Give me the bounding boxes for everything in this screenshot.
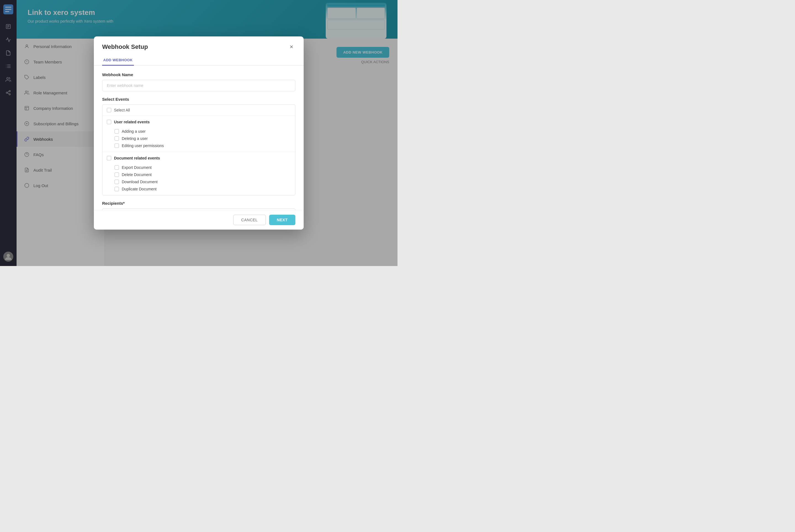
modal-close-button[interactable]: × bbox=[288, 43, 295, 51]
document-events-header: Document related events bbox=[103, 152, 295, 164]
recipients-section: Recipients* bbox=[102, 201, 295, 210]
editing-permissions-checkbox[interactable] bbox=[114, 144, 119, 148]
event-item-download-doc: Download Document bbox=[114, 179, 291, 184]
webhook-name-label: Webhook Name bbox=[102, 72, 295, 77]
download-doc-checkbox[interactable] bbox=[114, 179, 119, 184]
event-item-deleting-user: Deleting a user bbox=[114, 136, 291, 141]
recipients-label: Recipients* bbox=[102, 201, 295, 206]
export-doc-label: Export Document bbox=[122, 165, 151, 170]
select-all-label: Select All bbox=[114, 108, 130, 112]
events-box: Select All User related events Adding a … bbox=[102, 104, 295, 195]
document-events-items: Export Document Delete Document Download… bbox=[103, 164, 295, 195]
webhook-setup-modal: Webhook Setup × ADD WEBHOOK Webhook Name… bbox=[94, 36, 304, 230]
adding-user-checkbox[interactable] bbox=[114, 129, 119, 134]
user-events-label: User related events bbox=[114, 120, 150, 124]
select-events-label: Select Events bbox=[102, 97, 295, 101]
select-events-section: Select Events Select All User related ev… bbox=[102, 97, 295, 195]
modal-title: Webhook Setup bbox=[102, 43, 148, 51]
select-all-row: Select All bbox=[103, 104, 295, 116]
next-button[interactable]: NEXT bbox=[269, 215, 295, 225]
download-doc-label: Download Document bbox=[122, 179, 158, 184]
delete-doc-checkbox[interactable] bbox=[114, 172, 119, 177]
modal-overlay: Webhook Setup × ADD WEBHOOK Webhook Name… bbox=[0, 0, 398, 266]
tab-add-webhook[interactable]: ADD WEBHOOK bbox=[102, 55, 134, 66]
event-item-delete-doc: Delete Document bbox=[114, 172, 291, 177]
duplicate-doc-checkbox[interactable] bbox=[114, 187, 119, 191]
event-item-export-doc: Export Document bbox=[114, 165, 291, 170]
adding-user-label: Adding a user bbox=[122, 129, 146, 134]
document-events-checkbox[interactable] bbox=[107, 156, 111, 160]
export-doc-checkbox[interactable] bbox=[114, 165, 119, 170]
delete-doc-label: Delete Document bbox=[122, 172, 151, 177]
modal-body: Webhook Name Select Events Select All bbox=[94, 66, 304, 210]
event-item-editing-permissions: Editing user permissions bbox=[114, 144, 291, 148]
event-item-duplicate-doc: Duplicate Document bbox=[114, 187, 291, 191]
modal-tabs: ADD WEBHOOK bbox=[94, 55, 304, 66]
document-events-label: Document related events bbox=[114, 156, 160, 160]
modal-footer: CANCEL NEXT bbox=[94, 210, 304, 230]
deleting-user-checkbox[interactable] bbox=[114, 136, 119, 141]
webhook-name-input[interactable] bbox=[102, 80, 295, 91]
duplicate-doc-label: Duplicate Document bbox=[122, 187, 156, 191]
event-group-user: User related events Adding a user Deleti… bbox=[103, 116, 295, 152]
select-all-checkbox[interactable] bbox=[107, 108, 111, 112]
event-item-adding-user: Adding a user bbox=[114, 129, 291, 134]
user-events-items: Adding a user Deleting a user Editing us… bbox=[103, 128, 295, 152]
event-group-document: Document related events Export Document … bbox=[103, 152, 295, 195]
modal-header: Webhook Setup × bbox=[94, 36, 304, 51]
webhook-name-section: Webhook Name bbox=[102, 72, 295, 91]
editing-permissions-label: Editing user permissions bbox=[122, 144, 164, 148]
deleting-user-label: Deleting a user bbox=[122, 136, 148, 141]
user-events-header: User related events bbox=[103, 116, 295, 128]
user-events-checkbox[interactable] bbox=[107, 120, 111, 124]
cancel-button[interactable]: CANCEL bbox=[233, 215, 266, 225]
